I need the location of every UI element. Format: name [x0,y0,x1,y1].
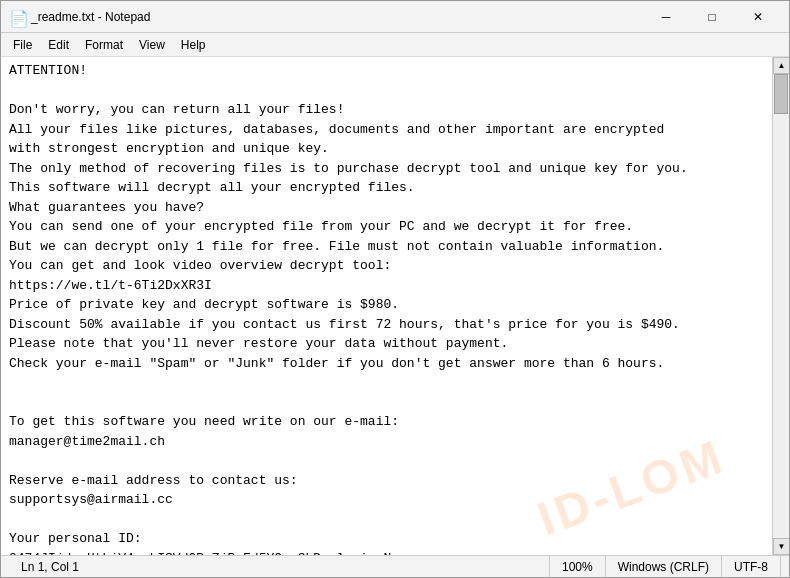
menu-edit[interactable]: Edit [40,34,77,56]
title-bar-buttons: ─ □ ✕ [643,1,781,33]
status-encoding: UTF-8 [722,556,781,577]
menu-format[interactable]: Format [77,34,131,56]
maximize-button[interactable]: □ [689,1,735,33]
scrollbar: ▲ ▼ [772,57,789,555]
content-area: ▲ ▼ ID-LOM [1,57,789,555]
scroll-track [773,74,789,538]
scroll-thumb[interactable] [774,74,788,114]
text-editor[interactable] [1,57,772,555]
status-bar: Ln 1, Col 1 100% Windows (CRLF) UTF-8 [1,555,789,577]
menu-view[interactable]: View [131,34,173,56]
notepad-window: 📄 _readme.txt - Notepad ─ □ ✕ File Edit … [0,0,790,578]
status-zoom: 100% [550,556,606,577]
status-position: Ln 1, Col 1 [9,556,550,577]
menu-help[interactable]: Help [173,34,214,56]
minimize-button[interactable]: ─ [643,1,689,33]
scroll-down-button[interactable]: ▼ [773,538,789,555]
status-line-endings: Windows (CRLF) [606,556,722,577]
title-bar: 📄 _readme.txt - Notepad ─ □ ✕ [1,1,789,33]
close-button[interactable]: ✕ [735,1,781,33]
menu-bar: File Edit Format View Help [1,33,789,57]
menu-file[interactable]: File [5,34,40,56]
window-icon: 📄 [9,9,25,25]
window-title: _readme.txt - Notepad [31,10,643,24]
scroll-up-button[interactable]: ▲ [773,57,789,74]
